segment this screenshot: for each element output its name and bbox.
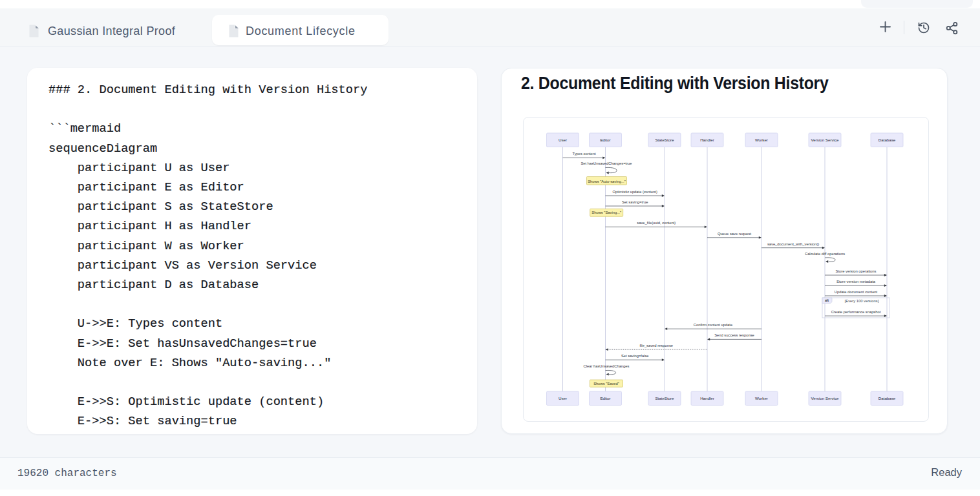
svg-text:Worker: Worker: [755, 138, 768, 142]
svg-text:Confirm content update: Confirm content update: [694, 323, 732, 327]
svg-text:file_saved response: file_saved response: [639, 344, 673, 347]
svg-text:Optimistic update (content): Optimistic update (content): [613, 190, 657, 194]
svg-text:Handler: Handler: [700, 138, 714, 142]
svg-text:Create performance snapshot: Create performance snapshot: [831, 310, 881, 314]
svg-text:Database: Database: [879, 138, 896, 142]
svg-text:User: User: [559, 396, 567, 400]
svg-text:Queue save request: Queue save request: [718, 232, 752, 236]
svg-text:[Every 100 versions]: [Every 100 versions]: [845, 299, 879, 303]
svg-text:Version Service: Version Service: [811, 396, 840, 400]
svg-text:Shows "Auto-saving...": Shows "Auto-saving...": [588, 180, 626, 183]
svg-text:Clear hasUnsavedChanges: Clear hasUnsavedChanges: [584, 364, 630, 368]
svg-text:Update document content: Update document content: [835, 290, 878, 294]
svg-text:Worker: Worker: [755, 396, 768, 400]
svg-text:Database: Database: [879, 396, 896, 400]
svg-text:Shows "Saved": Shows "Saved": [593, 382, 619, 386]
svg-text:save_file(uuid, content): save_file(uuid, content): [637, 221, 676, 225]
svg-text:Editor: Editor: [600, 138, 610, 142]
svg-text:StateStore: StateStore: [655, 396, 674, 400]
svg-text:User: User: [559, 138, 567, 142]
svg-text:Store version metadata: Store version metadata: [836, 280, 876, 284]
svg-text:save_document_with_version(): save_document_with_version(): [767, 242, 819, 246]
svg-text:Shows "Saving...": Shows "Saving...": [591, 211, 621, 214]
svg-text:Editor: Editor: [600, 396, 610, 400]
svg-text:Types content: Types content: [572, 152, 595, 156]
svg-text:Calculate diff operations: Calculate diff operations: [805, 252, 845, 256]
svg-text:Set saving=true: Set saving=true: [622, 200, 648, 204]
svg-text:Set hasUnsavedChanges=true: Set hasUnsavedChanges=true: [581, 161, 632, 165]
svg-text:Handler: Handler: [700, 396, 714, 400]
svg-text:StateStore: StateStore: [655, 138, 674, 142]
svg-text:alt: alt: [825, 298, 829, 302]
svg-text:Set saving=false: Set saving=false: [621, 354, 649, 358]
svg-text:Send success response: Send success response: [714, 333, 754, 337]
svg-text:Version Service: Version Service: [811, 138, 840, 142]
svg-text:Store version operations: Store version operations: [836, 269, 877, 273]
